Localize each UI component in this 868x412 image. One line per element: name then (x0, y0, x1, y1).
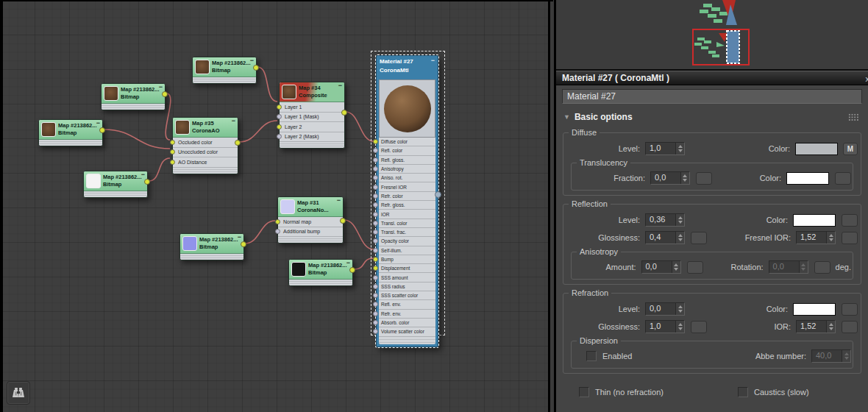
input-socket[interactable] (373, 148, 378, 153)
collapse-icon[interactable]: − (431, 56, 435, 65)
material-input-slot[interactable]: SSS amount (379, 273, 435, 282)
material-title-bar[interactable]: Material #27 ( CoronaMtl ) x (556, 71, 868, 85)
output-socket[interactable] (144, 179, 150, 185)
input-socket[interactable] (373, 275, 378, 280)
output-socket[interactable] (341, 110, 347, 116)
input-socket[interactable] (275, 219, 280, 224)
bitmap-node-4[interactable]: Map #213862...Bitmap− (83, 171, 148, 198)
reflection-glossiness-spinner[interactable]: 0,4 (645, 231, 685, 244)
input-socket[interactable] (373, 212, 378, 217)
material-output-socket[interactable] (435, 191, 441, 198)
bitmap-node-6[interactable]: Map #213862...Bitmap− (288, 259, 353, 286)
spinner-arrows-icon[interactable] (826, 232, 835, 244)
reflection-color-swatch[interactable] (793, 214, 836, 227)
material-input-slot[interactable]: Diffuse color (379, 138, 435, 146)
material-input-slot[interactable]: IOR (379, 210, 435, 219)
input-socket[interactable] (170, 160, 175, 165)
diffuse-level-spinner[interactable]: 1,0 (645, 142, 685, 155)
material-input-slot[interactable]: Fresnel IOR (379, 182, 435, 191)
bitmap-node-2[interactable]: Map #213862...Bitmap− (101, 83, 166, 110)
output-socket[interactable] (99, 127, 105, 133)
input-slot[interactable]: Layer 2 (280, 122, 344, 132)
fraction-map-button[interactable] (696, 172, 712, 185)
ior-spinner[interactable]: 1,52 (796, 320, 836, 333)
collapse-icon[interactable]: − (232, 117, 235, 124)
collapse-icon[interactable]: − (159, 83, 163, 90)
spinner-arrows-icon[interactable] (672, 261, 680, 273)
output-socket[interactable] (340, 218, 346, 224)
collapse-icon[interactable]: − (338, 82, 342, 89)
input-socket[interactable] (373, 248, 378, 253)
pan-zoom-tool-button[interactable] (7, 381, 30, 405)
output-socket[interactable] (162, 91, 168, 97)
material-name-field[interactable]: Material #27 (562, 89, 862, 104)
basic-options-rollout[interactable]: ▼ Basic options (556, 110, 868, 124)
input-socket[interactable] (277, 124, 282, 129)
collapse-icon[interactable]: − (238, 233, 241, 241)
input-socket[interactable] (373, 311, 378, 316)
material-input-slot[interactable]: Volume scatter color (379, 327, 435, 336)
input-slot[interactable]: Layer 2 (Mask) (280, 132, 344, 143)
material-input-slot[interactable]: Self-illum. (379, 246, 435, 255)
spinner-arrows-icon[interactable] (675, 232, 684, 244)
input-socket[interactable] (373, 257, 378, 262)
material-input-slot[interactable]: SSS radius (379, 283, 435, 291)
dispersion-enabled-checkbox[interactable] (586, 351, 597, 361)
corona-normal-node[interactable]: Map #31CoronaNo...−Normal mapAdditional … (277, 196, 344, 244)
material-input-slot[interactable]: Transl. frac. (379, 228, 435, 237)
panel-divider[interactable] (548, 0, 556, 412)
input-socket[interactable] (373, 320, 378, 325)
input-socket[interactable] (373, 139, 378, 144)
input-socket[interactable] (373, 230, 378, 235)
bitmap-node-3[interactable]: Map #213862...Bitmap− (38, 119, 103, 146)
input-socket[interactable] (277, 114, 282, 119)
input-socket[interactable] (170, 149, 175, 154)
material-input-slot[interactable]: Refl. color (379, 146, 435, 155)
collapse-icon[interactable]: − (346, 259, 350, 266)
material-input-slot[interactable]: Refr. env. (379, 310, 435, 319)
material-input-slot[interactable]: Absorb. color (379, 319, 435, 327)
refraction-glossiness-spinner[interactable]: 1,0 (645, 320, 685, 333)
material-input-slot[interactable]: Aniso. rot. (379, 174, 435, 182)
input-socket[interactable] (373, 284, 378, 289)
material-input-slot[interactable]: Displacement (379, 264, 435, 273)
material-input-slot[interactable]: Anisotropy (379, 165, 435, 174)
collapse-icon[interactable]: − (250, 57, 254, 64)
input-socket[interactable] (373, 302, 378, 307)
material-preview[interactable] (379, 79, 435, 138)
spinner-arrows-icon[interactable] (675, 214, 684, 226)
anisotropy-amount-spinner[interactable]: 0,0 (641, 260, 681, 274)
corona-ao-node[interactable]: Map #35CoronaAO−Occluded colorUnoccluded… (172, 117, 238, 174)
input-socket[interactable] (373, 266, 378, 271)
input-socket[interactable] (373, 293, 378, 298)
output-socket[interactable] (349, 267, 355, 273)
output-socket[interactable] (253, 65, 259, 71)
input-slot[interactable]: AO Distance (173, 157, 238, 168)
reflection-color-map-button[interactable] (842, 214, 858, 227)
collapse-icon[interactable]: − (337, 196, 341, 204)
input-socket[interactable] (277, 134, 282, 139)
rotation-spinner[interactable]: 0,0 (769, 260, 808, 274)
ior-map-button[interactable] (842, 321, 858, 333)
refraction-glossiness-map-button[interactable] (691, 321, 707, 333)
material-input-slot[interactable]: Refl. env. (379, 300, 435, 309)
navigator-panel[interactable] (556, 0, 868, 71)
input-slot[interactable]: Unoccluded color (173, 148, 238, 158)
input-socket[interactable] (275, 229, 280, 234)
input-slot[interactable]: Layer 1 (Mask) (280, 113, 344, 123)
input-slot[interactable]: Layer 1 (280, 102, 344, 113)
material-node[interactable]: Material #27 CoronaMtl − Diffuse colorRe… (376, 55, 438, 347)
close-icon[interactable]: x (866, 72, 868, 85)
fresnel-ior-spinner[interactable]: 1,52 (796, 231, 836, 244)
translucency-color-map-button[interactable] (835, 172, 851, 185)
input-socket[interactable] (373, 329, 378, 334)
input-slot[interactable]: Additional bump (278, 227, 343, 238)
spinner-arrows-icon[interactable] (675, 303, 684, 315)
fraction-spinner[interactable]: 0,0 (650, 171, 690, 185)
input-socket[interactable] (170, 140, 175, 145)
input-socket[interactable] (373, 185, 378, 190)
spinner-arrows-icon[interactable] (675, 321, 684, 333)
refraction-color-swatch[interactable] (793, 303, 836, 316)
input-slot[interactable]: Normal map (278, 217, 343, 227)
diffuse-color-swatch[interactable] (795, 143, 838, 155)
